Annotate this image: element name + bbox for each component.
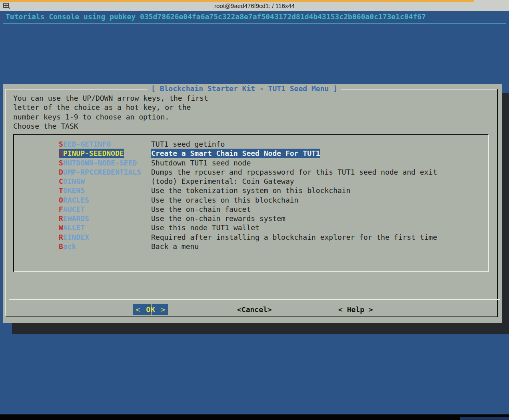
ok-bracket-left: < [136, 304, 140, 315]
menu-item-hotkey: B [59, 242, 63, 251]
menu-item[interactable]: ORACLESUse the oracles on this blockchai… [14, 195, 488, 205]
menu-item-hotkey: O [59, 196, 63, 204]
menu-item-tag-rest: EINDEX [63, 233, 89, 241]
menu-item-hotkey: S [59, 140, 63, 148]
menu-item-tag-rest: EED-GETINFO [63, 140, 111, 148]
prompt-line: Choose the TASK [13, 121, 208, 131]
menu-item-hotkey: R [59, 233, 63, 241]
menu-item-tag-rest: PINUP-SEEDNODE [63, 149, 124, 157]
window-title: root@9aed476f9cd1: / 116x44 [0, 2, 509, 9]
menu-item-description: Use the tokenization system on this bloc… [151, 186, 351, 195]
menu-item-tag-rest: ALLET [63, 223, 85, 232]
menu-item-description: Required after installing a blockchain e… [151, 233, 437, 242]
dialog-title-text: [ Blockchain Starter Kit - TUT1 Seed Men… [148, 84, 341, 93]
menu-list: SEED-GETINFOTUT1 seed getinfoSPINUP-SEED… [14, 139, 488, 251]
menu-item-tag-rest: RACLES [63, 196, 89, 204]
dialog-window: [ Blockchain Starter Kit - TUT1 Seed Men… [3, 84, 502, 323]
menu-item[interactable]: REWARDSUse the on-chain rewards system [14, 214, 488, 223]
menu-item-description: (todo) Experimental: Coin Gateway [151, 177, 294, 186]
menu-item[interactable]: SHUTDOWN-NODE-SEEDShutdown TUT1 seed nod… [14, 158, 488, 167]
menu-item-tag: REWARDS [59, 214, 89, 223]
screen: root@9aed476f9cd1: / 116x44 Tutorials Co… [0, 0, 509, 420]
menu-item[interactable]: DUMP-RPCCREDENTIALSDumps the rpcuser and… [14, 167, 488, 177]
menu-item-hotkey: T [59, 186, 63, 195]
ok-button[interactable]: < OK > [133, 304, 168, 315]
dialog-prompt: You can use the UP/DOWN arrow keys, the … [13, 94, 208, 131]
menu-item[interactable]: SEED-GETINFOTUT1 seed getinfo [14, 139, 488, 149]
prompt-line: number keys 1-9 to choose an option. [13, 112, 208, 121]
menu-item-tag-rest: UMP-RPCCREDENTIALS [63, 168, 141, 176]
help-button[interactable]: < Help > [338, 304, 373, 315]
menu-item-description: Use this node TUT1 wallet [151, 223, 259, 232]
titlebar-accent-strip [0, 0, 474, 2]
menu-item-description: Create a Smart Chain Seed Node For TUT1 [151, 149, 320, 158]
menu-item[interactable]: REINDEXRequired after installing a block… [14, 233, 488, 242]
backtitle-underline [3, 23, 506, 24]
menu-item[interactable]: FAUCETUse the on-chain faucet [14, 205, 488, 214]
menu-item-tag: FAUCET [59, 205, 85, 214]
bottom-navy-strip [460, 417, 509, 420]
bottom-black-strip [0, 414, 509, 420]
window-titlebar: root@9aed476f9cd1: / 116x44 [0, 0, 509, 11]
menu-box: SEED-GETINFOTUT1 seed getinfoSPINUP-SEED… [13, 134, 489, 272]
menu-item-description: TUT1 seed getinfo [151, 139, 225, 149]
menu-item-tag: WALLET [59, 223, 85, 232]
menu-item-hotkey: D [59, 168, 63, 176]
menu-item-hotkey: S [59, 149, 63, 157]
button-separator [9, 299, 500, 300]
menu-item[interactable]: SPINUP-SEEDNODECreate a Smart Chain Seed… [14, 149, 488, 158]
menu-item-hotkey: S [59, 159, 63, 167]
menu-item-hotkey: F [59, 205, 63, 213]
menu-item-description: Back a menu [151, 242, 199, 251]
menu-item-description: Use the oracles on this blockchain [151, 195, 298, 205]
menu-item-hotkey: R [59, 214, 63, 223]
menu-item[interactable]: BackBack a menu [14, 242, 488, 251]
prompt-line: You can use the UP/DOWN arrow keys, the … [13, 94, 208, 103]
menu-item-description: Use the on-chain rewards system [151, 214, 285, 223]
menu-item-tag: SPINUP-SEEDNODE [59, 149, 124, 158]
menu-item-tag-rest: ack [63, 242, 76, 251]
ok-label: OK [146, 304, 155, 315]
menu-item-tag: SEED-GETINFO [59, 139, 111, 149]
dialog-title: [ Blockchain Starter Kit - TUT1 Seed Men… [3, 84, 502, 93]
backtitle-text: Tutorials Console using pubkey 035d78626… [6, 12, 426, 21]
menu-item-tag: TOKENS [59, 186, 85, 195]
menu-item-tag: Back [59, 242, 76, 251]
menu-item-tag: COINGW [59, 177, 85, 186]
menu-item-hotkey: W [59, 223, 63, 232]
menu-item-tag: DUMP-RPCCREDENTIALS [59, 167, 141, 177]
button-row: < OK > <Cancel> < Help > [3, 304, 502, 315]
menu-item-tag: REINDEX [59, 233, 89, 242]
dialog-shadow-right [502, 93, 509, 334]
menu-item-tag-rest: EWARDS [63, 214, 89, 223]
dialog-shadow-bottom [12, 323, 509, 334]
terminal: Tutorials Console using pubkey 035d78626… [0, 11, 509, 420]
menu-item-description: Dumps the rpcuser and rpcpassword for th… [151, 167, 437, 177]
cancel-button[interactable]: <Cancel> [237, 304, 272, 315]
menu-item[interactable]: TOKENSUse the tokenization system on thi… [14, 186, 488, 195]
menu-item-tag-rest: HUTDOWN-NODE-SEED [63, 159, 137, 167]
prompt-line: letter of the choice as a hot key, or th… [13, 103, 208, 112]
menu-item-tag-rest: OINGW [63, 177, 85, 185]
menu-item-description: Use the on-chain faucet [151, 205, 251, 214]
menu-item[interactable]: WALLETUse this node TUT1 wallet [14, 223, 488, 232]
ok-bracket-right: > [161, 304, 165, 315]
menu-item-tag-rest: AUCET [63, 205, 85, 213]
menu-item-tag: ORACLES [59, 195, 89, 205]
menu-item-description: Shutdown TUT1 seed node [151, 158, 251, 167]
menu-item-hotkey: C [59, 177, 63, 185]
menu-item-tag-rest: OKENS [63, 186, 85, 195]
menu-item[interactable]: COINGW(todo) Experimental: Coin Gateway [14, 177, 488, 186]
menu-item-tag: SHUTDOWN-NODE-SEED [59, 158, 137, 167]
